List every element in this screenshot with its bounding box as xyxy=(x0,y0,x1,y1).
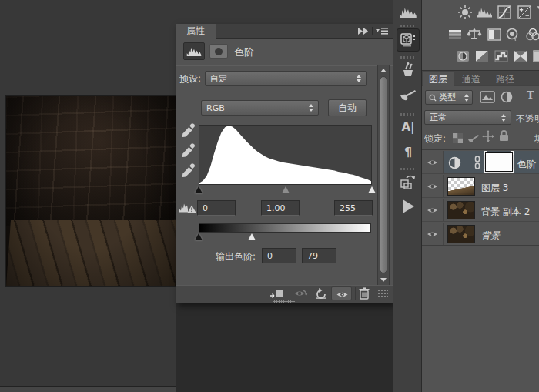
channel-mixer-icon[interactable] xyxy=(524,27,539,42)
lock-all-icon[interactable] xyxy=(499,130,509,145)
layer-thumbnail[interactable] xyxy=(447,201,475,219)
color-lookup-icon[interactable] xyxy=(454,49,470,63)
brush-presets-panel-icon[interactable] xyxy=(398,60,418,80)
hue-saturation-icon[interactable] xyxy=(447,27,463,42)
properties-scrollbar[interactable] xyxy=(377,65,390,286)
mask-header-button[interactable] xyxy=(209,44,228,59)
character-panel-icon[interactable]: A| xyxy=(398,117,418,137)
layer-name: 背景 副本 2 xyxy=(481,206,530,219)
layer-mask-thumbnail[interactable] xyxy=(485,152,513,172)
brightness-contrast-icon[interactable] xyxy=(457,5,473,19)
posterize-icon[interactable] xyxy=(493,49,509,63)
threshold-icon[interactable] xyxy=(512,49,528,63)
black-point-eyedropper-icon[interactable] xyxy=(182,123,196,138)
preset-dropdown[interactable]: 自定 xyxy=(205,71,367,86)
panel-bottom-edge xyxy=(176,300,393,303)
scrollbar-thumb[interactable] xyxy=(380,76,387,273)
blend-mode-dropdown[interactable]: 正常 xyxy=(424,110,511,125)
properties-tabbar: 属性 xyxy=(176,24,393,39)
tab-layers[interactable]: 图层 xyxy=(423,72,454,87)
layer-visibility-cell[interactable] xyxy=(422,175,444,197)
layer-visibility-cell[interactable] xyxy=(422,151,444,173)
mask-link-icon[interactable] xyxy=(474,156,481,169)
layer-visibility-cell[interactable] xyxy=(422,199,444,221)
filter-kind-value: 类型 xyxy=(439,92,461,103)
toggle-visibility-button[interactable] xyxy=(331,286,352,300)
curves-adjustment-icon[interactable] xyxy=(496,5,512,19)
tab-properties[interactable]: 属性 xyxy=(176,24,216,39)
levels-histogram-chart[interactable] xyxy=(199,125,372,185)
dock-gripper xyxy=(400,113,416,116)
layer-visibility-cell[interactable] xyxy=(422,223,444,245)
right-panel-column: 图层 通道 路径 类型 T 正常 不透明 锁定: xyxy=(422,0,539,392)
input-highlight-field[interactable]: 255 xyxy=(334,200,373,216)
previous-state-eye-icon[interactable] xyxy=(293,288,309,299)
scroll-down-icon[interactable] xyxy=(380,278,387,282)
levels-adjustment-icon[interactable] xyxy=(476,5,492,19)
lock-pixels-brush-icon[interactable] xyxy=(467,131,480,146)
input-midtone-field[interactable]: 1.00 xyxy=(261,200,300,216)
white-point-eyedropper-icon[interactable] xyxy=(182,163,196,178)
lock-position-move-icon[interactable] xyxy=(482,130,494,146)
lock-label: 锁定: xyxy=(424,132,446,146)
brush-settings-panel-icon[interactable] xyxy=(398,84,418,104)
bottombar-separator xyxy=(355,287,356,300)
layers-tabbar: 图层 通道 路径 xyxy=(422,70,539,86)
selective-color-icon[interactable] xyxy=(531,49,539,63)
uncached-histogram-warning-icon[interactable] xyxy=(179,201,196,214)
panel-menu-icon[interactable] xyxy=(376,28,388,35)
gray-point-eyedropper-icon[interactable] xyxy=(182,143,196,158)
adjustment-title: 色阶 xyxy=(234,47,254,57)
output-highlight-slider[interactable] xyxy=(248,233,256,240)
lock-transparency-icon[interactable] xyxy=(453,132,463,146)
collapse-panel-icon[interactable] xyxy=(357,28,370,35)
dropdown-arrows-icon xyxy=(464,94,469,102)
exposure-adjustment-icon[interactable] xyxy=(516,5,532,19)
panel-drag-handle[interactable] xyxy=(273,300,295,303)
properties-panel-icon[interactable] xyxy=(397,28,420,52)
actions-play-icon[interactable] xyxy=(398,197,418,216)
preset-label: 预设: xyxy=(179,74,201,83)
layer-row-background-copy2[interactable]: 背景 副本 2 xyxy=(422,199,539,222)
black-white-icon[interactable] xyxy=(486,27,502,42)
layer-comps-panel-icon[interactable] xyxy=(398,172,418,192)
eye-icon xyxy=(427,230,438,238)
reset-icon[interactable] xyxy=(315,287,327,300)
output-shadow-field[interactable]: 0 xyxy=(262,248,296,263)
filter-adjustment-layers-icon[interactable] xyxy=(500,91,513,106)
layer-row-background[interactable]: 背景 xyxy=(422,223,539,246)
auto-button[interactable]: 自动 xyxy=(328,99,367,116)
invert-icon[interactable] xyxy=(474,49,490,63)
input-highlight-slider[interactable] xyxy=(368,186,376,193)
layer-thumbnail[interactable] xyxy=(447,225,475,243)
clip-to-layer-icon[interactable] xyxy=(270,288,283,299)
eye-icon xyxy=(427,206,438,214)
divider xyxy=(422,149,539,150)
image-vignette xyxy=(6,96,176,286)
input-shadow-slider[interactable] xyxy=(195,186,203,193)
input-shadow-field[interactable]: 0 xyxy=(197,200,236,216)
tab-channels[interactable]: 通道 xyxy=(456,72,487,87)
layer-filter-dropdown[interactable]: 类型 xyxy=(425,90,473,105)
scroll-up-icon[interactable] xyxy=(380,69,387,72)
histogram-panel-icon[interactable] xyxy=(398,2,418,21)
paragraph-panel-icon[interactable]: ¶ xyxy=(398,142,418,162)
channel-dropdown[interactable]: RGB xyxy=(201,100,319,116)
filter-pixel-layers-icon[interactable] xyxy=(480,91,495,106)
panel-resize-grip[interactable] xyxy=(377,289,388,299)
layer-row-layer3[interactable]: 图层 3 xyxy=(422,175,539,198)
layer-thumbnail[interactable] xyxy=(447,177,475,196)
input-midtone-slider[interactable] xyxy=(282,186,290,193)
output-highlight-field[interactable]: 79 xyxy=(302,248,336,263)
mask-circle-icon xyxy=(215,48,223,55)
filter-type-layers-icon[interactable]: T xyxy=(527,89,534,101)
layer-row-levels[interactable]: 色阶 xyxy=(422,151,539,174)
photo-filter-icon[interactable] xyxy=(505,27,521,42)
output-shadow-slider[interactable] xyxy=(195,233,203,240)
dropdown-arrows-icon xyxy=(501,114,506,122)
tab-paths[interactable]: 路径 xyxy=(490,72,521,87)
levels-header-button[interactable] xyxy=(183,42,205,60)
delete-trash-icon[interactable] xyxy=(359,287,370,300)
vibrance-adjustment-icon[interactable] xyxy=(536,5,539,19)
color-balance-icon[interactable] xyxy=(466,27,482,42)
